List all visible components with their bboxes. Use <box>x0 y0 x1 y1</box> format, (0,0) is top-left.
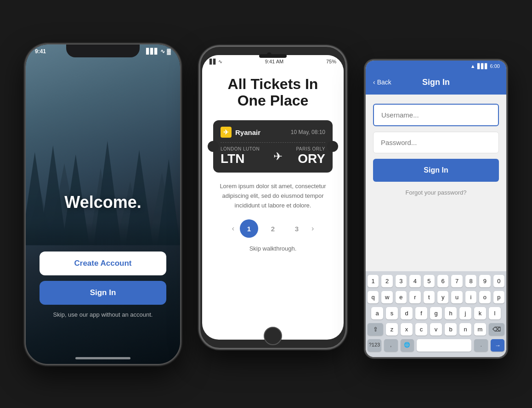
ticket-separator <box>221 142 325 143</box>
plane-icon: ✈ <box>273 150 283 163</box>
phone3-screen: ▲ ▋▋▋ 6:00 ‹ Back Sign In Sign In Forgot… <box>366 61 506 357</box>
key-q[interactable]: q <box>368 291 379 303</box>
key-8[interactable]: 8 <box>465 275 476 287</box>
phone3-header: ‹ Back Sign In <box>366 72 506 95</box>
key-b[interactable]: b <box>445 323 457 335</box>
key-v[interactable]: v <box>430 323 442 335</box>
signin-button-phone1[interactable]: Sign In <box>40 281 166 305</box>
create-account-button[interactable]: Create Account <box>40 252 166 275</box>
phone3-title: Sign In <box>422 78 450 87</box>
forgot-password-link[interactable]: Forgot your password? <box>373 189 499 196</box>
phone1-home-bar <box>75 357 130 359</box>
skip-text[interactable]: Skip, use our app without an account. <box>40 311 166 318</box>
phone3-time: 6:00 <box>490 63 500 69</box>
phone3-status-icons: ▲ ▋▋▋ 6:00 <box>470 63 500 69</box>
key-4[interactable]: 4 <box>409 275 420 287</box>
signal-icon: ▋▋▋ <box>146 48 158 55</box>
ticket-date: 10 May, 08:10 <box>291 129 325 135</box>
key-1[interactable]: 1 <box>368 275 379 287</box>
keyboard-zxcv-row: ⇧ z x c v b n m ⌫ <box>368 323 504 335</box>
key-f[interactable]: f <box>415 307 427 319</box>
pagination-next[interactable]: › <box>311 224 314 233</box>
key-7[interactable]: 7 <box>451 275 462 287</box>
battery-icon: ▓ <box>167 48 171 55</box>
password-input[interactable] <box>373 132 499 153</box>
phone1-buttons-area: Create Account Sign In Skip, use our app… <box>40 252 166 318</box>
phone3-keyboard: 1 2 3 4 5 6 7 8 9 0 q w e r t <box>366 271 506 357</box>
key-9[interactable]: 9 <box>479 275 490 287</box>
key-6[interactable]: 6 <box>437 275 448 287</box>
key-o[interactable]: o <box>479 291 490 303</box>
key-0[interactable]: 0 <box>493 275 504 287</box>
ticket-notch-right <box>327 141 338 152</box>
key-y[interactable]: y <box>437 291 448 303</box>
key-g[interactable]: g <box>430 307 442 319</box>
phone1-statusbar: 9:41 ▋▋▋ ∿ ▓ <box>35 48 171 55</box>
phone3-form: Sign In Forgot your password? <box>366 95 506 271</box>
key-2[interactable]: 2 <box>381 275 392 287</box>
delete-key[interactable]: ⌫ <box>489 323 504 335</box>
key-3[interactable]: 3 <box>396 275 407 287</box>
pagination-page-1[interactable]: 1 <box>240 219 258 238</box>
ticket-origin: LONDON LUTON LTN <box>221 146 260 166</box>
key-u[interactable]: u <box>451 291 462 303</box>
key-t[interactable]: t <box>424 291 435 303</box>
svg-rect-12 <box>26 222 180 245</box>
keyboard-number-row: 1 2 3 4 5 6 7 8 9 0 <box>368 275 504 287</box>
key-j[interactable]: j <box>459 307 471 319</box>
key-p[interactable]: p <box>493 291 504 303</box>
phone2-battery: 75% <box>326 59 336 64</box>
key-5[interactable]: 5 <box>424 275 435 287</box>
ticket-airline: ✈ Ryanair <box>221 127 260 138</box>
ticket-card: ✈ Ryanair 10 May, 08:10 LONDON LUTON LTN… <box>213 120 333 173</box>
key-r[interactable]: r <box>409 291 420 303</box>
phone2-speaker <box>259 54 287 58</box>
key-s[interactable]: s <box>386 307 398 319</box>
key-i[interactable]: i <box>465 291 476 303</box>
space-key[interactable] <box>417 339 471 352</box>
phone2-time: 9:41 AM <box>265 59 283 64</box>
key-h[interactable]: h <box>445 307 457 319</box>
phone2-screen: ▋▋ ∿ 9:41 AM 75% All Tickets In One Plac… <box>202 55 344 340</box>
wifi-icon: ∿ <box>160 48 165 55</box>
send-key[interactable]: → <box>491 339 504 352</box>
phone1-time: 9:41 <box>35 48 46 55</box>
ticket-route: LONDON LUTON LTN ✈ PARIS ORLY ORY <box>221 146 325 166</box>
ticket-notch-left <box>208 141 219 152</box>
phone2-signal: ▋▋ ∿ <box>209 59 222 65</box>
comma-key[interactable]: , <box>384 339 398 352</box>
airline-name: Ryanair <box>235 129 260 136</box>
symbols-key[interactable]: ?123 <box>368 339 381 352</box>
username-input[interactable] <box>373 104 499 126</box>
key-a[interactable]: a <box>371 307 383 319</box>
phone1-screen: 9:41 ▋▋▋ ∿ ▓ Welcome. Create Account Sig… <box>26 45 180 364</box>
period-key[interactable]: . <box>474 339 488 352</box>
shift-key[interactable]: ⇧ <box>368 323 383 335</box>
phone2-skip[interactable]: Skip walkthrough. <box>213 245 333 252</box>
key-l[interactable]: l <box>489 307 501 319</box>
key-d[interactable]: d <box>401 307 413 319</box>
keyboard-qwerty-row: q w e r t y u i o p <box>368 291 504 303</box>
key-m[interactable]: m <box>474 323 486 335</box>
phone2-description: Lorem ipsum dolor sit amet, consectetur … <box>213 182 333 210</box>
airline-icon: ✈ <box>221 127 232 138</box>
key-c[interactable]: c <box>415 323 427 335</box>
globe-key[interactable]: 🌐 <box>401 339 414 352</box>
ticket-header: ✈ Ryanair 10 May, 08:10 <box>221 127 325 138</box>
phone3-android: ▲ ▋▋▋ 6:00 ‹ Back Sign In Sign In Forgot… <box>365 60 507 358</box>
phone2-home-button[interactable] <box>264 327 282 345</box>
phone2-camera <box>267 52 272 57</box>
phone2-title: All Tickets In One Place <box>213 76 333 110</box>
pagination-page-2[interactable]: 2 <box>264 219 282 238</box>
key-z[interactable]: z <box>386 323 398 335</box>
keyboard-asdf-row: a s d f g h j k l <box>368 307 504 319</box>
back-button[interactable]: ‹ Back <box>373 78 391 86</box>
key-w[interactable]: w <box>381 291 392 303</box>
signin-button-phone3[interactable]: Sign In <box>373 159 499 182</box>
key-k[interactable]: k <box>474 307 486 319</box>
key-n[interactable]: n <box>459 323 471 335</box>
pagination-page-3[interactable]: 3 <box>288 219 306 238</box>
pagination-prev[interactable]: ‹ <box>232 224 234 233</box>
key-x[interactable]: x <box>401 323 413 335</box>
key-e[interactable]: e <box>396 291 407 303</box>
